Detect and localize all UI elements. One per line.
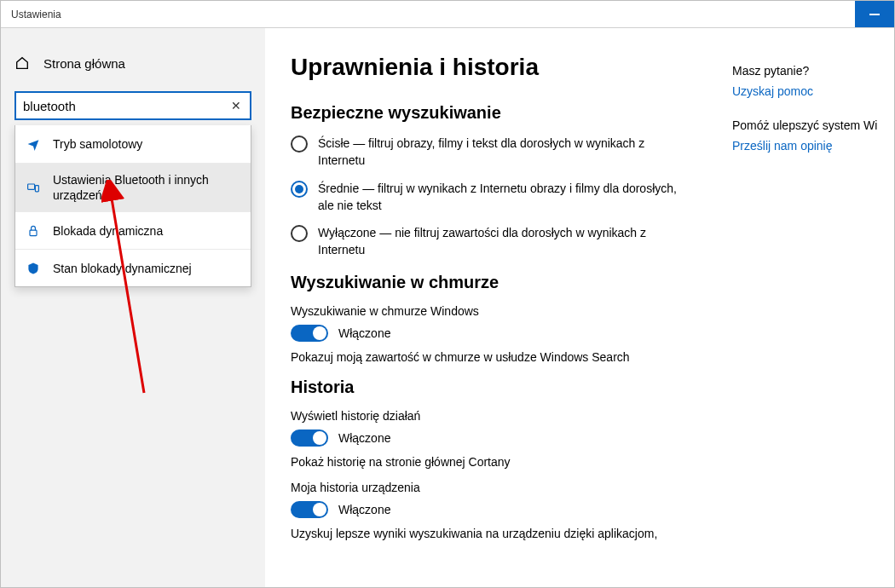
radio-label: Ścisłe — filtruj obrazy, filmy i tekst d… [318, 135, 683, 170]
device-label: Moja historia urządzenia [291, 481, 707, 494]
activity-toggle-state: Włączone [338, 431, 390, 445]
suggestion-dynamic-lock[interactable]: Blokada dynamiczna [15, 211, 251, 249]
cloud-toggle-row: Włączone [291, 325, 707, 342]
suggestion-airplane-mode[interactable]: Tryb samolotowy [15, 125, 251, 163]
suggestion-label: Ustawienia Bluetooth i innych urządzeń [53, 172, 240, 203]
radio-off[interactable]: Wyłączone — nie filtruj zawartości dla d… [291, 224, 683, 259]
minimize-icon [869, 14, 880, 15]
cloud-desc: Pokazuj moją zawartość w chmurze w usłud… [291, 350, 707, 364]
svg-rect-2 [30, 230, 37, 235]
search-clear-button[interactable]: ✕ [226, 91, 246, 120]
svg-rect-0 [28, 184, 35, 189]
safe-search-heading: Bezpieczne wyszukiwanie [291, 103, 707, 123]
search-wrap: ✕ [14, 91, 251, 120]
radio-label: Wyłączone — nie filtruj zawartości dla d… [318, 224, 683, 259]
cloud-heading: Wyszukiwanie w chmurze [291, 273, 707, 292]
radio-label: Średnie — filtruj w wynikach z Internetu… [318, 180, 683, 215]
shield-icon [26, 262, 41, 275]
radio-strict[interactable]: Ścisłe — filtruj obrazy, filmy i tekst d… [291, 135, 683, 170]
content: Uprawnienia i historia Bezpieczne wyszuk… [265, 28, 732, 587]
radio-icon [291, 225, 308, 242]
window-body: Strona główna ✕ Tryb samolotowy [1, 28, 894, 587]
history-heading: Historia [291, 378, 707, 397]
home-icon [14, 55, 30, 71]
titlebar[interactable]: Ustawienia [1, 1, 894, 28]
lock-icon [26, 224, 41, 238]
suggestion-label: Tryb samolotowy [53, 136, 142, 152]
activity-toggle-row: Włączone [291, 429, 707, 447]
device-toggle-state: Włączone [338, 503, 390, 516]
radio-icon [291, 135, 308, 153]
activity-desc: Pokaż historię na stronie głównej Cortan… [291, 455, 707, 469]
help-panel: Masz pytanie? Uzyskaj pomoc Pomóż ulepsz… [732, 28, 894, 587]
radio-moderate[interactable]: Średnie — filtruj w wynikach z Internetu… [291, 180, 683, 215]
window-minimize-button[interactable] [855, 1, 894, 27]
main: Uprawnienia i historia Bezpieczne wyszuk… [265, 28, 894, 587]
device-toggle-row: Włączone [291, 501, 707, 518]
airplane-icon [26, 137, 41, 151]
svg-rect-1 [35, 186, 38, 192]
window-title: Ustawienia [1, 1, 72, 27]
activity-label: Wyświetl historię działań [291, 409, 707, 423]
radio-icon [291, 181, 308, 198]
search-input[interactable] [14, 91, 251, 120]
close-icon: ✕ [231, 99, 241, 112]
suggestion-label: Blokada dynamiczna [53, 223, 163, 239]
feedback-link[interactable]: Prześlij nam opinię [732, 139, 887, 153]
sidebar: Strona główna ✕ Tryb samolotowy [1, 28, 265, 587]
device-desc: Uzyskuj lepsze wyniki wyszukiwania na ur… [291, 527, 707, 540]
settings-window: Ustawienia Strona główna ✕ [0, 0, 895, 588]
help-question: Masz pytanie? [732, 64, 887, 78]
search-suggestions: Tryb samolotowy Ustawienia Bluetooth i i… [14, 125, 251, 287]
home-row[interactable]: Strona główna [1, 49, 265, 78]
page-title: Uprawnienia i historia [291, 54, 707, 81]
cloud-label: Wyszukiwanie w chmurze Windows [291, 304, 707, 318]
cloud-toggle[interactable] [291, 325, 328, 342]
get-help-link[interactable]: Uzyskaj pomoc [732, 84, 887, 98]
suggestion-bluetooth-devices[interactable]: Ustawienia Bluetooth i innych urządzeń [15, 163, 251, 211]
activity-toggle[interactable] [291, 429, 328, 447]
suggestion-label: Stan blokady dynamicznej [53, 261, 192, 276]
cloud-toggle-state: Włączone [338, 326, 390, 340]
devices-icon [26, 181, 41, 194]
home-label: Strona główna [43, 56, 125, 71]
improve-label: Pomóż ulepszyć system Wi [732, 118, 887, 132]
suggestion-dynamic-lock-state[interactable]: Stan blokady dynamicznej [15, 249, 251, 286]
device-toggle[interactable] [291, 501, 328, 518]
